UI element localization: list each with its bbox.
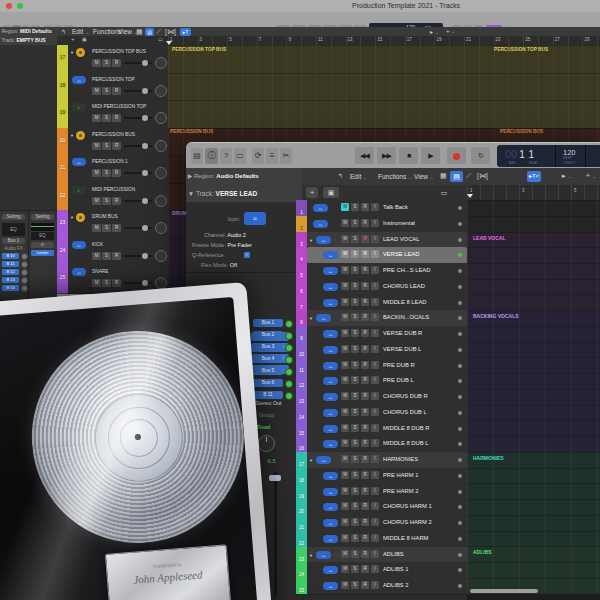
mute-button[interactable]: M bbox=[92, 252, 101, 260]
mute-button[interactable]: M bbox=[341, 518, 349, 526]
track-color-cell[interactable]: 25 bbox=[57, 265, 68, 294]
track-color-cell[interactable]: 7 bbox=[296, 295, 307, 311]
track-row[interactable]: ↔MSRIInstrumental bbox=[307, 216, 467, 233]
solo-button[interactable]: S bbox=[102, 169, 111, 177]
solo-button[interactable]: S bbox=[351, 487, 359, 495]
track-name[interactable]: HARMONIES bbox=[383, 456, 418, 462]
solo-button[interactable]: S bbox=[351, 235, 359, 243]
input-monitor-button[interactable]: I bbox=[371, 361, 379, 369]
track-name[interactable]: MIDDLE 8 DUB R bbox=[383, 425, 429, 431]
track-name[interactable]: VERSE LEAD bbox=[383, 251, 419, 257]
mute-button[interactable]: M bbox=[341, 345, 349, 353]
fg-menu-functions[interactable]: Functions ⌄ bbox=[378, 173, 412, 180]
track-row[interactable]: ▼↔MSRIBACKIN...OCALS bbox=[307, 310, 467, 327]
mute-button[interactable]: M bbox=[92, 59, 101, 67]
fg-region-harmonies[interactable] bbox=[467, 452, 600, 547]
track-name[interactable]: PRE CH...S LEAD bbox=[383, 267, 430, 273]
track-row[interactable]: ↔MSRICHORUS HARM 2 bbox=[307, 515, 467, 532]
fg-menu-view[interactable]: View ⌄ bbox=[414, 173, 434, 180]
track-name[interactable]: PRE DUB R bbox=[383, 362, 415, 368]
track-header-config-icon[interactable]: ▭ bbox=[158, 36, 163, 42]
record-enable-button[interactable]: R bbox=[361, 439, 369, 447]
track-color-cell[interactable]: 17 bbox=[57, 45, 68, 74]
scissors-icon[interactable]: ✂ bbox=[280, 148, 292, 164]
send-bus-slot[interactable]: B 12 bbox=[2, 269, 19, 275]
pan-knob[interactable] bbox=[155, 112, 167, 124]
record-enable-button[interactable]: R bbox=[361, 408, 369, 416]
record-ready-dot[interactable] bbox=[458, 568, 462, 572]
track-icon-waveform[interactable]: ≈ bbox=[244, 212, 266, 225]
send-knob[interactable] bbox=[285, 392, 293, 400]
bg-track-row[interactable]: ♪MIDI PERCUSSIONMSR bbox=[68, 183, 168, 212]
track-name[interactable]: Talk Back bbox=[383, 204, 408, 210]
send-knob[interactable] bbox=[21, 253, 28, 260]
strip-eq-thumb[interactable]: EQ bbox=[31, 232, 54, 240]
bg-track-row[interactable]: ↔KICKMSR bbox=[68, 238, 168, 267]
mute-button[interactable]: M bbox=[341, 376, 349, 384]
grid-view-icon[interactable]: ▦ bbox=[440, 172, 447, 180]
record-enable-button[interactable]: R bbox=[112, 169, 121, 177]
q-reference-checkbox[interactable]: ✓ bbox=[244, 252, 250, 258]
input-monitor-button[interactable]: I bbox=[371, 534, 379, 542]
record-enable-button[interactable]: R bbox=[361, 313, 369, 321]
record-enable-button[interactable]: R bbox=[361, 455, 369, 463]
record-enable-button[interactable]: R bbox=[361, 424, 369, 432]
horizontal-scrollbar[interactable] bbox=[470, 589, 538, 593]
automation-icon[interactable]: ⟋ bbox=[466, 172, 471, 180]
record-enable-button[interactable]: R bbox=[361, 534, 369, 542]
input-monitor-button[interactable]: I bbox=[371, 313, 379, 321]
strip-eq-thumb[interactable]: EQ bbox=[2, 223, 25, 236]
record-enable-button[interactable]: R bbox=[112, 142, 121, 150]
record-ready-dot[interactable] bbox=[458, 395, 462, 399]
track-color-cell[interactable]: 8 bbox=[296, 310, 307, 326]
bg-track-row[interactable]: ▼DRUM BUSMSR bbox=[68, 210, 168, 239]
record-enable-button[interactable]: R bbox=[361, 361, 369, 369]
disclosure-triangle-icon[interactable]: ▼ bbox=[309, 458, 313, 463]
record-enable-button[interactable]: R bbox=[361, 471, 369, 479]
input-monitor-button[interactable]: I bbox=[371, 329, 379, 337]
forward-button[interactable]: ▶▶ bbox=[377, 147, 396, 164]
send-bus-slot[interactable]: Bus 2 bbox=[253, 331, 283, 339]
track-row[interactable]: ↔MSRITalk Back bbox=[307, 200, 467, 217]
solo-button[interactable]: S bbox=[351, 345, 359, 353]
track-color-cell[interactable]: 22 bbox=[296, 531, 307, 547]
send-bus-slot[interactable]: B 13 bbox=[2, 277, 19, 283]
input-monitor-button[interactable]: I bbox=[371, 502, 379, 510]
track-name[interactable]: PERCUSSION 1 bbox=[92, 159, 128, 164]
track-row[interactable]: ↔MSRIPRE DUB R bbox=[307, 358, 467, 375]
record-enable-button[interactable]: R bbox=[361, 282, 369, 290]
fader-groove[interactable] bbox=[274, 472, 277, 597]
track-name[interactable]: PRE DUB L bbox=[383, 377, 414, 383]
track-color-cell[interactable]: 1 bbox=[296, 200, 307, 216]
record-enable-button[interactable]: R bbox=[361, 581, 369, 589]
q-reference-param[interactable]: Q-Reference: bbox=[192, 252, 225, 258]
fg-region-header[interactable]: ▶ Region: Audio Defaults bbox=[186, 168, 302, 186]
track-name[interactable]: BACKIN...OCALS bbox=[383, 314, 429, 320]
record-ready-dot[interactable] bbox=[458, 269, 462, 273]
record-enable-button[interactable]: R bbox=[361, 203, 369, 211]
strip-limiter-plugin[interactable]: Limiter bbox=[31, 250, 54, 256]
track-name[interactable]: PRE HARM 2 bbox=[383, 488, 418, 494]
track-color-cell[interactable]: 21 bbox=[57, 155, 68, 184]
bg-track-row[interactable]: ♪MIDI PERCUSSION TOPMSR bbox=[68, 100, 168, 129]
strip-setting-button[interactable]: Setting bbox=[31, 214, 54, 220]
track-color-cell[interactable]: 20 bbox=[296, 499, 307, 515]
record-button[interactable] bbox=[447, 147, 466, 164]
group-slot[interactable]: Group bbox=[259, 412, 274, 418]
solo-button[interactable]: S bbox=[351, 408, 359, 416]
record-enable-button[interactable]: R bbox=[361, 298, 369, 306]
input-monitor-button[interactable]: I bbox=[371, 282, 379, 290]
pan-knob[interactable] bbox=[155, 277, 167, 289]
mute-button[interactable]: M bbox=[92, 224, 101, 232]
record-enable-button[interactable]: R bbox=[112, 224, 121, 232]
track-name[interactable]: ADLIBS bbox=[383, 551, 404, 557]
mute-button[interactable]: M bbox=[341, 550, 349, 558]
track-name[interactable]: KICK bbox=[92, 242, 103, 247]
volume-knob[interactable] bbox=[142, 253, 148, 259]
fg-region-backing-vocals[interactable] bbox=[467, 310, 600, 452]
track-row[interactable]: ↔MSRIADLIBS 2 bbox=[307, 578, 467, 595]
solo-button[interactable]: S bbox=[102, 224, 111, 232]
volume-knob[interactable] bbox=[142, 88, 148, 94]
record-ready-dot[interactable] bbox=[458, 521, 462, 525]
strip-input-icon[interactable]: ⊙ bbox=[31, 242, 54, 248]
